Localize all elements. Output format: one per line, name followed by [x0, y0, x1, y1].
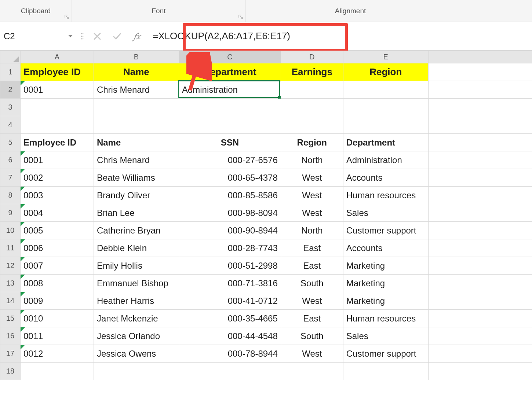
- formula-input[interactable]: =XLOOKUP(A2,A6:A17,E6:E17): [147, 22, 532, 50]
- row-header[interactable]: 13: [0, 275, 21, 292]
- cell[interactable]: Heather Harris: [94, 292, 179, 310]
- row-header[interactable]: 16: [0, 327, 21, 345]
- cell[interactable]: East: [281, 239, 343, 257]
- row-header[interactable]: 4: [0, 116, 21, 134]
- cell[interactable]: South: [281, 275, 343, 292]
- cell[interactable]: 0012: [20, 345, 94, 363]
- cell[interactable]: [20, 99, 94, 116]
- row-header[interactable]: 17: [0, 345, 21, 363]
- cell[interactable]: [428, 63, 532, 81]
- cell[interactable]: West: [281, 345, 343, 363]
- row-header[interactable]: 7: [0, 169, 21, 187]
- cell[interactable]: Marketing: [343, 257, 428, 275]
- cell[interactable]: 000-98-8094: [179, 204, 281, 222]
- cell[interactable]: Human resources: [343, 187, 428, 204]
- cell[interactable]: [428, 134, 532, 151]
- cell[interactable]: East: [281, 310, 343, 327]
- cell[interactable]: Customer support: [343, 345, 428, 363]
- cell[interactable]: Jessica Orlando: [94, 327, 179, 345]
- row-header[interactable]: 10: [0, 222, 21, 239]
- cell[interactable]: 000-71-3816: [179, 275, 281, 292]
- cell[interactable]: [428, 151, 532, 169]
- cell[interactable]: 0003: [20, 187, 94, 204]
- cell[interactable]: Administration: [343, 151, 428, 169]
- cell[interactable]: [428, 169, 532, 187]
- cell[interactable]: Janet Mckenzie: [94, 310, 179, 327]
- col-header-A[interactable]: A: [20, 51, 94, 63]
- cell[interactable]: West: [281, 292, 343, 310]
- cell[interactable]: Sales: [343, 327, 428, 345]
- grid[interactable]: A B C D E 1 Employee ID Name Department …: [0, 51, 532, 380]
- cell[interactable]: Emily Hollis: [94, 257, 179, 275]
- cell[interactable]: 0005: [20, 222, 94, 239]
- cell[interactable]: [343, 81, 428, 99]
- cell[interactable]: Marketing: [343, 275, 428, 292]
- cell[interactable]: Jessica Owens: [94, 345, 179, 363]
- cell[interactable]: 0010: [20, 310, 94, 327]
- cell[interactable]: Region: [343, 63, 428, 81]
- row-header[interactable]: 9: [0, 204, 21, 222]
- cell[interactable]: 000-90-8944: [179, 222, 281, 239]
- cell[interactable]: 0004: [20, 204, 94, 222]
- cell[interactable]: Customer support: [343, 222, 428, 239]
- cell[interactable]: [94, 363, 179, 380]
- row-header[interactable]: 12: [0, 257, 21, 275]
- cell[interactable]: [428, 187, 532, 204]
- col-header-E[interactable]: E: [343, 51, 428, 63]
- cell[interactable]: East: [281, 257, 343, 275]
- cell[interactable]: 000-28-7743: [179, 239, 281, 257]
- cell[interactable]: [20, 363, 94, 380]
- cell[interactable]: Department: [343, 134, 428, 151]
- cell[interactable]: [281, 99, 343, 116]
- enter-button[interactable]: [107, 22, 127, 50]
- cell[interactable]: Region: [281, 134, 343, 151]
- cell[interactable]: [428, 292, 532, 310]
- cell[interactable]: Chris Menard: [94, 81, 179, 99]
- insert-function-button[interactable]: 𝑓𝑥: [127, 22, 147, 50]
- cell[interactable]: Earnings: [281, 63, 343, 81]
- cell[interactable]: 000-85-8586: [179, 187, 281, 204]
- row-header[interactable]: 3: [0, 99, 21, 116]
- col-header-D[interactable]: D: [281, 51, 343, 63]
- name-box[interactable]: C2: [0, 22, 77, 50]
- cell[interactable]: North: [281, 222, 343, 239]
- cell[interactable]: 0001: [20, 81, 94, 99]
- cell[interactable]: [428, 310, 532, 327]
- row-header[interactable]: 1: [0, 63, 21, 81]
- cell[interactable]: Department: [179, 63, 281, 81]
- cell[interactable]: Catherine Bryan: [94, 222, 179, 239]
- cell[interactable]: Accounts: [343, 169, 428, 187]
- cell[interactable]: [428, 116, 532, 134]
- cell[interactable]: [428, 257, 532, 275]
- cell[interactable]: [428, 81, 532, 99]
- cell[interactable]: [428, 363, 532, 380]
- cell[interactable]: Name: [94, 63, 179, 81]
- cell[interactable]: South: [281, 327, 343, 345]
- cell[interactable]: 0006: [20, 239, 94, 257]
- cell[interactable]: 000-44-4548: [179, 327, 281, 345]
- cell[interactable]: West: [281, 187, 343, 204]
- col-header-C[interactable]: C: [179, 51, 281, 63]
- row-header[interactable]: 2: [0, 81, 21, 99]
- cell[interactable]: Human resources: [343, 310, 428, 327]
- cell[interactable]: [428, 327, 532, 345]
- row-header[interactable]: 14: [0, 292, 21, 310]
- cell[interactable]: West: [281, 169, 343, 187]
- chevron-down-icon[interactable]: [67, 33, 74, 40]
- cell[interactable]: [179, 99, 281, 116]
- cell[interactable]: 0011: [20, 327, 94, 345]
- cell[interactable]: Sales: [343, 204, 428, 222]
- cell-active[interactable]: Administration: [179, 81, 281, 99]
- ribbon-group-font[interactable]: Font: [72, 0, 246, 22]
- cell[interactable]: [343, 99, 428, 116]
- cell[interactable]: [428, 222, 532, 239]
- cell[interactable]: Employee ID: [20, 134, 94, 151]
- cell[interactable]: [343, 116, 428, 134]
- row-header[interactable]: 8: [0, 187, 21, 204]
- cell[interactable]: Accounts: [343, 239, 428, 257]
- col-header-B[interactable]: B: [94, 51, 179, 63]
- col-header-blank[interactable]: [428, 51, 532, 63]
- select-all-corner[interactable]: [0, 51, 21, 63]
- cell[interactable]: Debbie Klein: [94, 239, 179, 257]
- cell[interactable]: North: [281, 151, 343, 169]
